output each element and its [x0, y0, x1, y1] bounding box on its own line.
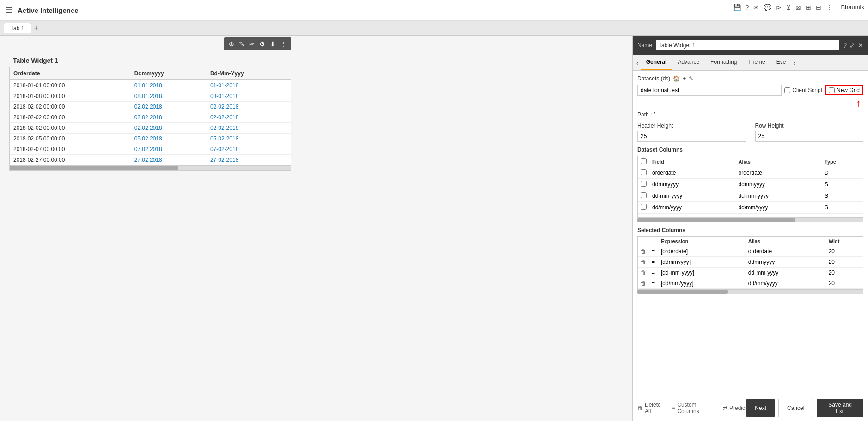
panel-expand-icon[interactable]: ⤢: [850, 42, 855, 49]
footer-left: 🗑 Delete All ≡ Custom Columns ⇄ Predict: [637, 402, 746, 415]
selected-h-scrollbar[interactable]: [637, 289, 863, 294]
tab-add-button[interactable]: +: [34, 24, 38, 32]
predict-link[interactable]: ⇄ Predict: [723, 405, 746, 411]
save-icon[interactable]: 💾: [733, 4, 741, 11]
tab-next-icon[interactable]: ›: [791, 56, 797, 69]
table-row: 2018-02-02 00:00:0002.02.201802-02-2018: [10, 123, 291, 134]
tab-general[interactable]: General: [641, 55, 672, 70]
selected-columns-table-wrapper[interactable]: Expression Alias Widt 🗑=[orderdate]order…: [637, 236, 863, 289]
trash-icon: 🗑: [637, 405, 643, 411]
dataset-columns-table: Field Alias Type orderdateorderdateDddmm…: [638, 156, 863, 214]
dataset-select[interactable]: date format test: [637, 85, 782, 96]
new-grid-checkbox[interactable]: [829, 87, 835, 93]
filter1-icon[interactable]: ⊳: [776, 4, 782, 11]
delete-all-link[interactable]: 🗑 Delete All: [637, 402, 666, 415]
header-height-input[interactable]: [637, 131, 746, 142]
selected-cell: dd-mm-yyyy: [746, 268, 826, 278]
config-icon[interactable]: ⚙: [258, 39, 266, 49]
col-cell: dd/mm/yyyy: [649, 202, 736, 214]
selected-column-row: 🗑=[ddmmyyyy]ddmmyyyy20: [638, 257, 863, 268]
home-icon[interactable]: 🏠: [673, 75, 680, 82]
panel-help-icon[interactable]: ?: [843, 42, 847, 49]
selected-cell: 20: [826, 278, 863, 289]
delete-row-icon[interactable]: 🗑: [641, 248, 646, 255]
top-bar: ☰ Active Intelligence 💾 ? ✉ 💬 ⊳ ⊻ ⊠ ⊞ ⊟ …: [0, 0, 868, 21]
datasets-icons: 🏠 + ✎: [673, 75, 693, 82]
panel-header: Name ? ⤢ ✕: [633, 36, 868, 55]
settings-icon[interactable]: ⊠: [795, 4, 801, 11]
add-dataset-icon[interactable]: +: [683, 75, 686, 82]
row-height-input[interactable]: [755, 131, 864, 142]
selected-cell: dd/mm/yyyy: [746, 278, 826, 289]
columns-icon: ≡: [672, 405, 675, 411]
col-cell: ddmmyyyy: [736, 179, 822, 190]
panel-name-input[interactable]: [656, 40, 839, 50]
selected-cell: ddmmyyyy: [746, 257, 826, 268]
col-row-checkbox[interactable]: [641, 169, 647, 175]
table-scroll[interactable]: Orderdate Ddmmyyyy Dd-Mm-Yyyy 2018-01-01…: [10, 67, 291, 165]
canvas-area: ⊕ ✎ ✑ ⚙ ⬇ ⋮ Table Widget 1 Orderdate Ddm…: [0, 36, 632, 421]
email-icon[interactable]: ✉: [753, 4, 759, 11]
help-icon[interactable]: ?: [746, 4, 749, 11]
header-height-label: Header Height: [637, 122, 746, 129]
column-row: ddmmyyyyddmmyyyyS: [638, 179, 863, 190]
columns-h-scrollbar[interactable]: [637, 218, 863, 222]
more-options-icon[interactable]: ⋮: [279, 39, 287, 49]
tab-formatting[interactable]: Formatting: [705, 55, 742, 70]
tab-advance[interactable]: Advance: [672, 55, 705, 70]
columns-scrollbar-thumb: [637, 218, 795, 222]
more-icon[interactable]: ⋮: [826, 4, 832, 11]
tab-eve[interactable]: Eve: [771, 55, 792, 70]
client-script-checkbox-label[interactable]: Client Script: [784, 87, 822, 93]
selected-column-row: 🗑=[dd/mm/yyyy]dd/mm/yyyy20: [638, 278, 863, 289]
table-row: 2018-02-05 00:00:0005.02.201805-02-2018: [10, 134, 291, 144]
panel-close-icon[interactable]: ✕: [858, 42, 863, 49]
path-value: /: [654, 111, 655, 118]
link-icon[interactable]: ✎: [238, 39, 245, 49]
col-row-checkbox[interactable]: [641, 204, 647, 210]
tab-prev-icon[interactable]: ‹: [635, 56, 641, 69]
footer-buttons: Next Cancel Save and Exit: [746, 399, 863, 417]
horizontal-scrollbar[interactable]: [10, 165, 291, 170]
hamburger-icon[interactable]: ☰: [6, 5, 13, 15]
tab-theme[interactable]: Theme: [742, 55, 770, 70]
table-cell: 2018-02-05 00:00:00: [10, 134, 131, 144]
col-field-header: Field: [649, 156, 736, 167]
table-cell: 2018-02-27 00:00:00: [10, 155, 131, 165]
sel-alias-header: Alias: [746, 237, 826, 246]
custom-columns-link[interactable]: ≡ Custom Columns: [672, 402, 717, 415]
dataset-columns-table-wrapper[interactable]: Field Alias Type orderdateorderdateDddmm…: [637, 156, 863, 218]
edit-dataset-icon[interactable]: ✎: [689, 75, 693, 82]
filter2-icon[interactable]: ⊻: [786, 4, 791, 11]
move-icon[interactable]: ⊕: [228, 39, 235, 49]
cancel-button[interactable]: Cancel: [778, 399, 813, 417]
delete-row-icon[interactable]: 🗑: [641, 259, 646, 265]
selected-cell: [dd-mm-yyyy]: [658, 268, 746, 278]
save-exit-button[interactable]: Save and Exit: [817, 399, 863, 417]
table-cell: 2018-01-01 00:00:00: [10, 80, 131, 91]
chat-icon[interactable]: 💬: [764, 4, 771, 11]
datasets-row: date format test Client Script New Grid: [637, 85, 863, 96]
new-grid-arrow: ↑: [856, 97, 862, 110]
download-icon[interactable]: ⬇: [269, 39, 276, 49]
screen-icon[interactable]: ⊟: [816, 4, 821, 11]
panel-body: Datasets (ds) 🏠 + ✎ date format test Cli…: [633, 71, 868, 395]
equals-icon: =: [652, 269, 655, 276]
next-button[interactable]: Next: [746, 399, 775, 417]
panel-name-label: Name: [637, 42, 652, 49]
col-row-checkbox[interactable]: [641, 181, 647, 187]
grid-icon[interactable]: ⊞: [806, 4, 811, 11]
delete-row-icon[interactable]: 🗑: [641, 269, 646, 276]
select-all-checkbox[interactable]: [641, 158, 647, 164]
datasets-label: Datasets (ds): [637, 75, 670, 82]
edit-icon[interactable]: ✑: [248, 39, 256, 49]
delete-row-icon[interactable]: 🗑: [641, 280, 646, 287]
right-panel: Name ? ⤢ ✕ ‹ General Advance Formatting …: [632, 36, 868, 421]
panel-tabs: ‹ General Advance Formatting Theme Eve ›: [633, 55, 868, 71]
col-row-checkbox[interactable]: [641, 192, 647, 198]
tab-1[interactable]: Tab 1: [4, 23, 31, 33]
panel-footer: 🗑 Delete All ≡ Custom Columns ⇄ Predict …: [633, 395, 868, 421]
selected-column-row: 🗑=[dd-mm-yyyy]dd-mm-yyyy20: [638, 268, 863, 278]
client-script-checkbox[interactable]: [784, 87, 790, 93]
table-cell: 01-01-2018: [207, 80, 291, 91]
